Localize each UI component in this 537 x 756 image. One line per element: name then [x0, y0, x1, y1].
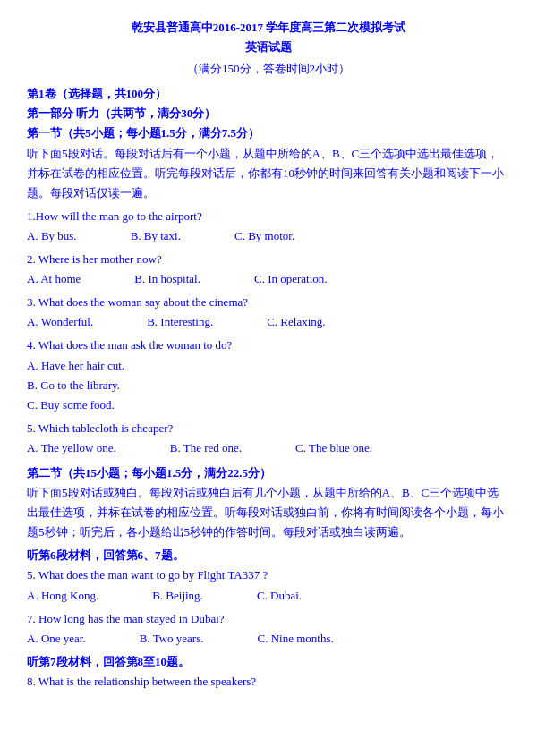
q6-optB: B. Beijing. [152, 586, 203, 606]
q3-optC: C. Relaxing. [267, 312, 325, 332]
exam-subject: 英语试题 [27, 38, 510, 57]
question-5-text: 5. Which tablecloth is cheaper? [27, 419, 510, 438]
question-1-block: 1.How will the man go to the airport? A.… [27, 207, 510, 246]
general-instructions: （满分150分，答卷时间2小时） [27, 59, 510, 79]
q4-optC: C. Buy some food. [27, 395, 510, 415]
section1-node2-instruction1: 听下面5段对话或独白。每段对话或独白后有几个小题，从题中所给的A、B、C三个选项… [27, 483, 510, 542]
question-8-text: 8. What is the relationship between the … [27, 672, 510, 692]
q5-optB: B. The red one. [170, 438, 242, 458]
q1-optB: B. By taxi. [131, 226, 181, 246]
exam-title: 乾安县普通高中2016-2017 学年度高三第二次模拟考试 [27, 18, 510, 38]
q3-optB: B. Interesting. [147, 312, 213, 332]
section1-node2-title: 第二节（共15小题；每小题1.5分，满分22.5分） [27, 463, 510, 483]
question-7-options: A. One year. B. Two years. C. Nine month… [27, 629, 510, 649]
passage7-title: 听第7段材料，回答第8至10题。 [27, 652, 510, 672]
question-8-block: 8. What is the relationship between the … [27, 672, 510, 692]
q2-optB: B. In hospital. [134, 269, 200, 289]
question-5-block: 5. Which tablecloth is cheaper? A. The y… [27, 419, 510, 458]
section1-node1-instruction: 听下面5段对话。每段对话后有一个小题，从题中所给的A、B、C三个选项中选出最佳选… [27, 144, 510, 203]
q7-optB: B. Two years. [140, 629, 204, 649]
question-5-options: A. The yellow one. B. The red one. C. Th… [27, 438, 510, 458]
q2-optA: A. At home [27, 269, 81, 289]
section1-title: 第一部分 听力（共两节，满分30分） [27, 104, 510, 123]
question-6-text: 5. What does the man want to go by Fligh… [27, 565, 510, 585]
q4-optB: B. Go to the library. [27, 376, 510, 395]
q7-optC: C. Nine months. [258, 629, 334, 649]
q5-optA: A. The yellow one. [27, 438, 116, 458]
question-2-text: 2. Where is her mother now? [27, 250, 510, 269]
question-4-text: 4. What does the man ask the woman to do… [27, 336, 510, 355]
question-3-block: 3. What does the woman say about the cin… [27, 293, 510, 332]
question-6-options: A. Hong Kong. B. Beijing. C. Dubai. [27, 586, 510, 606]
q3-optA: A. Wonderful. [27, 312, 93, 332]
question-4-block: 4. What does the man ask the woman to do… [27, 336, 510, 414]
q2-optC: C. In operation. [254, 269, 328, 289]
question-3-text: 3. What does the woman say about the cin… [27, 293, 510, 312]
question-2-options: A. At home B. In hospital. C. In operati… [27, 269, 510, 289]
question-6-block: 5. What does the man want to go by Fligh… [27, 565, 510, 605]
section1-node1-title: 第一节（共5小题；每小题1.5分，满分7.5分） [27, 123, 510, 143]
question-1-text: 1.How will the man go to the airport? [27, 207, 510, 226]
q5-optC: C. The blue one. [295, 438, 372, 458]
question-3-options: A. Wonderful. B. Interesting. C. Relaxin… [27, 312, 510, 332]
question-7-text: 7. How long has the man stayed in Dubai? [27, 609, 510, 629]
q1-optC: C. By motor. [234, 226, 294, 246]
q6-optA: A. Hong Kong. [27, 586, 98, 606]
q1-optA: A. By bus. [27, 226, 77, 246]
q7-optA: A. One year. [27, 629, 86, 649]
question-2-block: 2. Where is her mother now? A. At home B… [27, 250, 510, 289]
question-1-options: A. By bus. B. By taxi. C. By motor. [27, 226, 510, 246]
q6-optC: C. Dubai. [257, 586, 302, 606]
passage6-title: 听第6段材料，回答第6、7题。 [27, 546, 510, 565]
part1-title: 第1卷（选择题，共100分） [27, 84, 510, 104]
question-7-block: 7. How long has the man stayed in Dubai?… [27, 609, 510, 649]
q4-optA: A. Have her hair cut. [27, 356, 510, 376]
